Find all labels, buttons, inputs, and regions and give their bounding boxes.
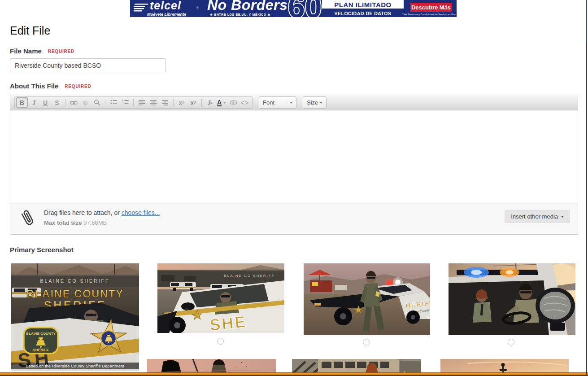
screenshot-thumbnail-walking[interactable]: HERIFF Blaine County — [304, 263, 430, 335]
insert-other-media-button[interactable]: Insert other media — [505, 210, 570, 223]
find-button[interactable] — [91, 97, 103, 108]
page-title: Edit File — [10, 24, 50, 37]
align-right-button[interactable] — [159, 97, 171, 108]
align-center-icon — [150, 100, 157, 105]
ad-subheadline: ★ ENTRE LOS EE.UU. Y MÉXICO ★ — [210, 13, 270, 17]
poster-badge-left-bottom-text: SHERIFF — [33, 348, 49, 352]
bulleted-list-icon — [110, 100, 117, 105]
ad-cta-button[interactable]: Descubre Más — [410, 3, 452, 12]
superscript-button[interactable]: x2 — [176, 97, 187, 108]
poster-title-line1: BLAINE COUNTY — [26, 288, 124, 300]
insert-other-media-label: Insert other media — [511, 213, 558, 220]
font-dropdown[interactable]: Font — [259, 96, 296, 109]
bold-button[interactable]: B — [16, 97, 28, 108]
italic-button[interactable]: I — [28, 97, 39, 108]
remove-format-button[interactable]: Ix — [204, 97, 216, 108]
size-dropdown-label: Size — [307, 99, 318, 106]
align-right-icon — [162, 100, 168, 105]
primary-screenshot-radio-4[interactable] — [508, 339, 514, 345]
eye-icon — [230, 100, 237, 105]
toolbar-separator — [133, 99, 134, 107]
ad-brand-reg: ® — [196, 6, 198, 9]
poster-building-sign: BLAINE CO SHERIFF — [40, 278, 110, 284]
max-total-size-label: Max total size — [44, 219, 82, 226]
file-name-input[interactable] — [10, 58, 166, 72]
source-button[interactable]: <> — [239, 97, 251, 108]
subscript-button[interactable]: x2 — [187, 97, 199, 108]
about-required-badge: REQUIRED — [65, 84, 91, 89]
about-this-file-label: About This File — [10, 82, 58, 90]
window-edge — [586, 0, 587, 376]
file-name-label: File Name — [10, 47, 42, 55]
ad-big-number: 60 — [288, 0, 322, 17]
screenshot-thumbnail-poster[interactable]: BLAINE CO SHERIFF BLAINE COUNTY SHERIFF … — [11, 263, 139, 371]
bottom-ad-bar[interactable] — [0, 372, 588, 376]
ad-banner[interactable]: telcel ® Muévete Libremente No Borders ★… — [130, 0, 457, 17]
ad-plan-title: PLAN ILIMITADO — [322, 0, 404, 9]
search-icon — [94, 99, 100, 106]
align-left-icon — [139, 100, 145, 105]
text-color-button[interactable]: A — [216, 97, 227, 108]
chevron-down-icon — [290, 102, 292, 104]
numbered-list-button[interactable] — [119, 97, 131, 108]
file-name-required-badge: REQUIRED — [48, 49, 74, 54]
poster-caption: Based on the Riverside County Sheriff's … — [26, 363, 124, 368]
numbered-list-icon — [122, 100, 129, 105]
drag-files-text: Drag files here to attach, or — [44, 209, 122, 216]
toolbar-separator — [173, 99, 174, 107]
chevron-down-icon — [320, 102, 322, 104]
poster-badge-left-top-text: BLAINE COUNTY — [26, 332, 56, 336]
emoticon-button[interactable]: ☺ — [79, 97, 91, 108]
preview-button[interactable] — [227, 97, 239, 108]
font-dropdown-label: Font — [263, 99, 274, 106]
max-total-size-value: 97.66MB — [83, 219, 107, 226]
link-icon — [70, 100, 78, 105]
page: telcel ® Muévete Libremente No Borders ★… — [0, 0, 588, 376]
ad-headline: No Borders — [207, 0, 287, 13]
editor-content-area[interactable] — [10, 110, 578, 203]
ad-brand: telcel — [150, 0, 181, 12]
editor-toolbar: B I U S ☺ — [10, 95, 578, 110]
telcel-speedlines-icon — [134, 3, 150, 13]
station-building-sign: BLAINE CO SHERIFF — [224, 274, 274, 278]
align-center-button[interactable] — [148, 97, 159, 108]
paperclip-icon — [20, 209, 34, 228]
attachments-panel: Drag files here to attach, or choose fil… — [10, 203, 578, 234]
toolbar-strip: B I U S ☺ — [14, 96, 253, 109]
toolbar-separator — [105, 99, 105, 107]
strikethrough-button[interactable]: S — [51, 97, 63, 108]
toolbar-separator — [65, 99, 65, 107]
primary-screenshot-radio-2[interactable] — [217, 338, 224, 345]
chevron-down-icon — [561, 216, 564, 218]
station-door-letters: SHE — [209, 312, 248, 333]
primary-screenshot-label: Primary Screenshot — [10, 246, 74, 254]
bulleted-list-button[interactable] — [108, 97, 119, 108]
choose-files-link[interactable]: choose files... — [122, 209, 160, 216]
chevron-down-icon — [223, 102, 226, 104]
ad-terms: *Ver Términos y Condiciones de Servicio … — [402, 13, 456, 16]
rich-text-editor: B I U S ☺ — [10, 95, 578, 235]
screenshot-thumbnail-deputies-in-car[interactable] — [449, 263, 575, 335]
ad-tagline: Muévete Libremente — [147, 12, 186, 17]
link-button[interactable] — [68, 97, 79, 108]
size-dropdown[interactable]: Size — [303, 96, 327, 109]
toolbar-separator — [201, 99, 202, 107]
align-left-button[interactable] — [136, 97, 148, 108]
ad-plan-subtitle: VELOCIDAD DE DATOS — [322, 11, 404, 16]
screenshot-thumbnail-station[interactable]: BLAINE CO SHERIFF SHE — [157, 263, 284, 333]
underline-button[interactable]: U — [39, 97, 51, 108]
primary-screenshot-radio-3[interactable] — [363, 339, 370, 345]
